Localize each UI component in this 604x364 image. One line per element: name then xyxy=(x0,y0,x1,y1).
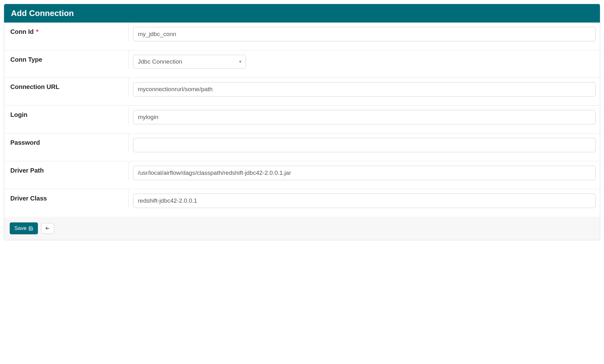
label-conn-id: Conn Id * xyxy=(4,23,129,41)
save-icon xyxy=(29,226,33,231)
row-login: Login xyxy=(4,106,600,133)
password-input[interactable] xyxy=(133,138,596,152)
add-connection-panel: Add Connection Conn Id * Conn Type Jdbc … xyxy=(4,4,600,240)
row-driver-path: Driver Path xyxy=(4,161,600,189)
connection-url-input[interactable] xyxy=(133,82,596,96)
save-button[interactable]: Save xyxy=(10,222,38,234)
panel-title: Add Connection xyxy=(11,8,74,18)
label-driver-class: Driver Class xyxy=(4,189,129,208)
row-password: Password xyxy=(4,133,600,161)
row-driver-class: Driver Class xyxy=(4,189,600,217)
driver-path-input[interactable] xyxy=(133,166,596,180)
row-conn-type: Conn Type Jdbc Connection ▼ xyxy=(4,50,600,78)
form-footer: Save xyxy=(4,217,600,240)
label-login: Login xyxy=(4,106,129,124)
label-driver-path: Driver Path xyxy=(4,161,129,180)
back-button[interactable] xyxy=(41,223,54,234)
driver-class-input[interactable] xyxy=(133,194,596,208)
label-connection-url: Connection URL xyxy=(4,78,129,96)
label-conn-type: Conn Type xyxy=(4,50,129,69)
conn-type-select[interactable]: Jdbc Connection ▼ xyxy=(133,55,246,69)
panel-header: Add Connection xyxy=(4,4,600,23)
required-marker: * xyxy=(36,28,39,35)
row-connection-url: Connection URL xyxy=(4,78,600,106)
login-input[interactable] xyxy=(133,110,596,124)
label-password: Password xyxy=(4,133,129,152)
row-conn-id: Conn Id * xyxy=(4,23,600,50)
arrow-left-icon xyxy=(45,226,50,231)
connection-form: Conn Id * Conn Type Jdbc Connection ▼ Co… xyxy=(4,23,600,217)
conn-id-input[interactable] xyxy=(133,27,596,41)
save-button-label: Save xyxy=(14,225,27,231)
